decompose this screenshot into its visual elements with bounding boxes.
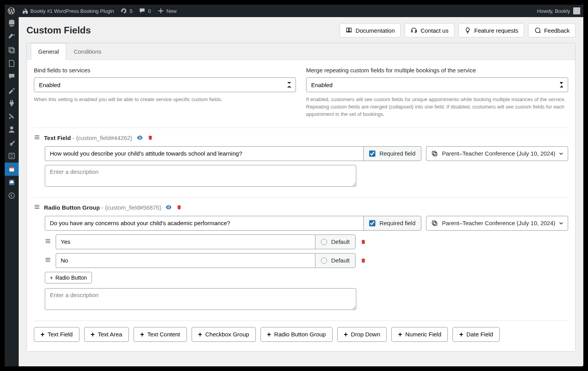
add-date-field-button[interactable]: +Date Field <box>452 327 500 342</box>
plus-icon: + <box>459 331 463 338</box>
sidebar-item-generic[interactable] <box>5 149 19 163</box>
add-radio-button-group-button[interactable]: +Radio Button Group <box>261 327 333 342</box>
sidebar-item-dashboard[interactable] <box>5 17 19 30</box>
plus-icon: + <box>50 275 53 281</box>
sidebar-item-bookly[interactable] <box>5 163 19 176</box>
sidebar-item-users[interactable] <box>5 123 19 136</box>
field-type-label: Radio Button Group <box>44 204 100 211</box>
option-label-input[interactable] <box>56 253 315 268</box>
howdy-link[interactable]: Howdy, Bookly <box>537 8 570 14</box>
radio-icon[interactable] <box>321 239 327 245</box>
svg-rect-8 <box>433 152 437 156</box>
book-icon <box>345 27 352 34</box>
drag-handle-icon[interactable] <box>45 238 51 245</box>
drag-handle-icon[interactable] <box>45 257 51 264</box>
admin-sidebar <box>5 17 19 366</box>
add-checkbox-group-button[interactable]: +Checkbox Group <box>192 327 256 342</box>
sidebar-item-pages[interactable] <box>5 57 19 70</box>
svg-rect-0 <box>9 153 14 159</box>
service-dropdown[interactable]: Parent–Teacher Conference (July 10, 2024… <box>426 146 568 161</box>
chevron-down-icon <box>559 152 563 156</box>
service-dropdown[interactable]: Parent–Teacher Conference (July 10, 2024… <box>426 216 568 231</box>
delete-option-icon[interactable] <box>360 239 366 245</box>
contact-button[interactable]: Contact us <box>405 23 454 37</box>
delete-icon[interactable] <box>176 204 182 210</box>
delete-icon[interactable] <box>147 135 153 141</box>
new-link[interactable]: New <box>157 7 177 14</box>
wp-logo[interactable] <box>8 7 15 14</box>
add-text-field-button[interactable]: +Text Field <box>34 327 79 342</box>
bind-fields-hint: When this setting is enabled you will be… <box>34 96 296 103</box>
plus-icon: + <box>198 331 202 338</box>
tab-conditions[interactable]: Conditions <box>66 43 109 60</box>
field-description-input[interactable] <box>45 165 356 187</box>
avatar[interactable] <box>573 7 580 14</box>
sidebar-item-cloud[interactable] <box>5 176 19 189</box>
field-description-input[interactable] <box>45 288 356 310</box>
updates-link[interactable]: 5 <box>120 7 132 14</box>
sidebar-item-tools[interactable] <box>5 110 19 123</box>
svg-rect-2 <box>9 167 14 168</box>
visibility-icon[interactable] <box>136 134 143 141</box>
sidebar-item-plugins[interactable] <box>5 96 19 110</box>
documentation-button[interactable]: Documentation <box>340 23 401 37</box>
required-toggle[interactable]: Required field <box>363 146 421 161</box>
plus-icon: + <box>344 331 348 338</box>
add-drop-down-button[interactable]: +Drop Down <box>337 327 387 342</box>
bind-fields-select[interactable]: Enabled <box>34 77 296 92</box>
feature-requests-button[interactable]: Feature requests <box>458 23 524 37</box>
svg-rect-9 <box>432 151 436 155</box>
plus-icon: + <box>140 331 144 338</box>
add-radio-button[interactable]: + Radio Button <box>45 272 92 284</box>
add-text-area-button[interactable]: +Text Area <box>84 327 129 342</box>
custom-field-block: Text Field - {custom_field#44262} Requir… <box>34 134 568 188</box>
option-label-input[interactable] <box>56 234 315 249</box>
sidebar-item-appearance[interactable] <box>5 83 19 96</box>
sidebar-item-collapse[interactable] <box>5 189 19 202</box>
sidebar-item-media[interactable] <box>5 44 19 57</box>
comments-link[interactable]: 0 <box>139 7 151 14</box>
feedback-button[interactable]: Feedback <box>528 23 576 37</box>
admin-bar: Bookly #1 WordPress Booking Plugin 5 0 N… <box>5 5 583 17</box>
merge-fields-label: Merge repeating custom fields for multip… <box>306 67 568 74</box>
field-type-label: Text Field <box>44 135 71 141</box>
tabs: General Conditions <box>27 43 575 60</box>
lightbulb-icon <box>464 27 471 34</box>
svg-rect-11 <box>433 222 437 226</box>
svg-point-10 <box>168 207 169 208</box>
plus-icon: + <box>398 331 402 338</box>
delete-option-icon[interactable] <box>360 257 366 264</box>
drag-handle-icon[interactable] <box>34 134 40 142</box>
sidebar-item-comments[interactable] <box>5 70 19 83</box>
merge-fields-hint: If enabled, customers will see custom fi… <box>306 96 568 118</box>
default-toggle[interactable]: Default <box>315 253 356 268</box>
comment-icon <box>534 27 541 34</box>
sidebar-item-settings[interactable] <box>5 136 19 149</box>
add-text-content-button[interactable]: +Text Content <box>134 327 187 342</box>
field-code: - {custom_field#56875} <box>101 204 161 211</box>
svg-rect-5 <box>411 30 412 32</box>
merge-fields-select[interactable]: Enabled <box>306 77 568 92</box>
bind-fields-label: Bind fields to services <box>34 67 296 74</box>
drag-handle-icon[interactable] <box>34 204 40 211</box>
field-question-input[interactable] <box>45 216 363 231</box>
required-checkbox[interactable] <box>369 220 375 226</box>
visibility-icon[interactable] <box>165 204 172 211</box>
required-toggle[interactable]: Required field <box>363 216 421 231</box>
radio-icon[interactable] <box>321 257 327 264</box>
plus-icon: + <box>40 331 45 338</box>
site-link[interactable]: Bookly #1 WordPress Booking Plugin <box>21 7 114 14</box>
svg-rect-12 <box>432 221 436 224</box>
chevron-down-icon <box>559 221 563 225</box>
add-numeric-field-button[interactable]: +Numeric Field <box>391 327 448 342</box>
tab-general[interactable]: General <box>31 43 66 60</box>
required-checkbox[interactable] <box>369 150 375 157</box>
field-question-input[interactable] <box>45 146 363 161</box>
field-type-button-row: +Text Field +Text Area +Text Content +Ch… <box>34 327 568 342</box>
page-title: Custom Fields <box>26 25 91 36</box>
default-toggle[interactable]: Default <box>315 234 356 249</box>
svg-point-4 <box>9 193 14 198</box>
plus-icon: + <box>91 331 95 338</box>
copy-icon <box>431 150 438 157</box>
sidebar-item-posts[interactable] <box>5 30 19 44</box>
